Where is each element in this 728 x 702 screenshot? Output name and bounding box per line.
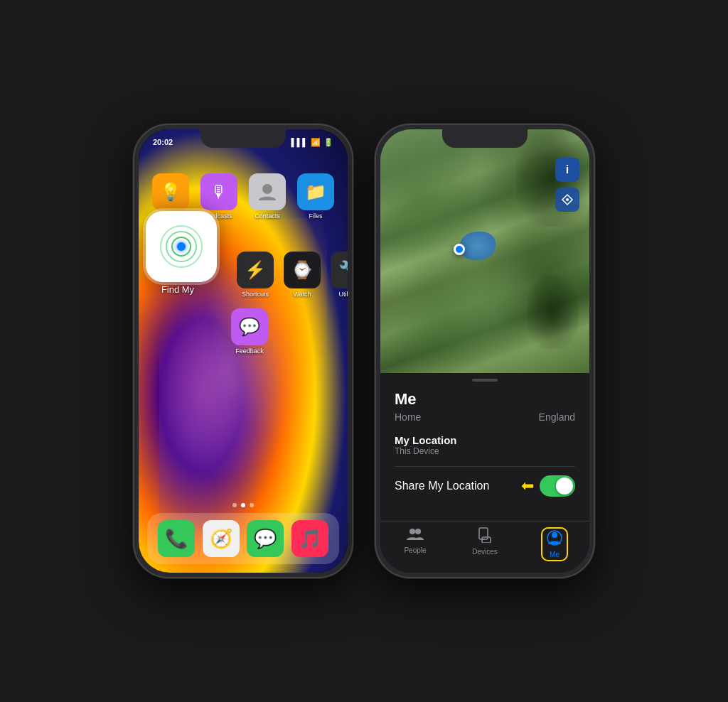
app-files-label: Files <box>309 212 322 220</box>
app-utilities-label: Utilities <box>338 291 348 298</box>
svg-point-3 <box>415 529 421 534</box>
app-files[interactable]: 📁 Files <box>296 173 335 220</box>
panel-location-label: Home <box>395 411 421 423</box>
yellow-arrow-icon: ⬅ <box>521 477 534 495</box>
panel-location-value: England <box>539 411 575 423</box>
drag-handle <box>472 379 498 382</box>
panel-my-location: My Location This Device <box>395 434 575 456</box>
battery-icon: 🔋 <box>323 138 333 147</box>
dock-phone[interactable]: 📞 <box>158 520 195 557</box>
panel-location-row: Home England <box>395 411 575 423</box>
map-pond <box>460 232 496 260</box>
tab-me-label: Me <box>550 551 560 558</box>
podcasts-icon: 🎙 <box>200 173 237 210</box>
my-location-sub: This Device <box>395 446 575 456</box>
svg-point-6 <box>483 539 484 540</box>
phone2-screen: i Me Home England <box>380 129 589 573</box>
watch-icon: ⌚ <box>284 252 321 288</box>
app-watch[interactable]: ⌚ Watch <box>284 252 321 298</box>
dock-messages[interactable]: 💬 <box>247 520 284 557</box>
tab-devices-label: Devices <box>472 548 498 556</box>
tab-people-label: People <box>404 546 426 554</box>
page-dot-3 <box>250 503 254 507</box>
signal-icon: ▌▌▌ <box>291 138 308 146</box>
utilities-icon: 🔧 <box>331 252 348 288</box>
dock: 📞 🧭 💬 🎵 <box>147 513 339 564</box>
status-time: 20:02 <box>153 138 173 146</box>
page-dot-2 <box>241 503 245 507</box>
my-location-title: My Location <box>395 434 575 446</box>
map-area[interactable]: i <box>380 129 589 373</box>
feedback-icon: 💬 <box>231 308 268 345</box>
tab-devices[interactable]: Devices <box>450 522 520 564</box>
svg-point-7 <box>552 532 557 538</box>
tips-icon: 💡 <box>152 173 189 210</box>
svg-point-0 <box>262 184 272 194</box>
toggle-knob <box>556 477 573 495</box>
panel-content: Me Home England My Location This Device … <box>380 390 589 521</box>
status-bar: 20:02 ▌▌▌ 📶 🔋 <box>139 134 348 151</box>
page-dots <box>139 503 348 507</box>
phone2-notch <box>442 129 528 148</box>
bottom-tabs: People Devices <box>380 521 589 573</box>
contacts-icon <box>249 173 286 210</box>
app-shortcuts-label: Shortcuts <box>242 291 269 298</box>
svg-rect-5 <box>482 537 491 543</box>
findmy-icon-large <box>153 218 210 275</box>
share-location-toggle[interactable] <box>540 475 575 497</box>
people-tab-icon <box>407 527 424 545</box>
svg-point-1 <box>566 198 569 201</box>
app-feedback-label: Feedback <box>235 347 264 355</box>
radar-dot <box>177 242 186 251</box>
app-contacts-label: Contacts <box>255 212 280 220</box>
panel-person-name: Me <box>395 390 575 409</box>
me-tab-box: Me <box>541 527 568 561</box>
map-location-button[interactable] <box>555 188 579 212</box>
dock-safari[interactable]: 🧭 <box>203 520 240 557</box>
files-icon: 📁 <box>297 173 334 210</box>
phone-1: 20:02 ▌▌▌ 📶 🔋 💡 🎙 Podcasts <box>133 124 353 578</box>
devices-tab-icon <box>478 527 492 546</box>
app-watch-label: Watch <box>293 291 311 298</box>
app-shortcuts[interactable]: ⚡ Shortcuts <box>237 252 274 298</box>
tab-people[interactable]: People <box>380 522 450 564</box>
app-utilities[interactable]: 🔧 Utilities <box>331 252 348 298</box>
app-contacts[interactable]: Contacts <box>248 173 287 220</box>
me-tab-icon <box>547 530 562 549</box>
bottom-panel: Me Home England My Location This Device … <box>380 373 589 573</box>
map-info-button[interactable]: i <box>555 158 579 182</box>
page-dot-1 <box>232 503 237 507</box>
findmy-label: Find My <box>139 284 217 295</box>
wifi-icon: 📶 <box>311 138 321 147</box>
share-location-row: Share My Location ⬅ <box>395 466 575 505</box>
dock-music[interactable]: 🎵 <box>291 520 328 557</box>
svg-point-2 <box>410 529 415 534</box>
phone-2: i Me Home England <box>375 124 595 578</box>
app-feedback[interactable]: 💬 Feedback <box>151 308 348 355</box>
findmy-radar <box>160 225 203 268</box>
share-location-label: Share My Location <box>395 480 489 492</box>
shortcuts-icon: ⚡ <box>237 252 274 288</box>
findmy-highlight[interactable] <box>146 211 217 282</box>
phone1-screen: 20:02 ▌▌▌ 📶 🔋 💡 🎙 Podcasts <box>139 129 348 573</box>
tab-me[interactable]: Me <box>520 522 589 564</box>
